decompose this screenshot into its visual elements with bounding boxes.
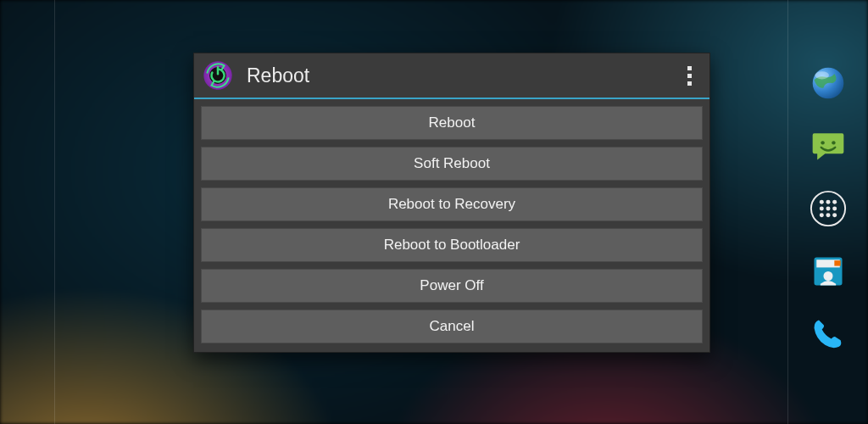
svg-point-10 <box>832 207 837 211</box>
svg-point-11 <box>820 213 824 217</box>
browser-icon[interactable] <box>809 64 848 103</box>
svg-point-13 <box>832 213 837 217</box>
dialog-header: Reboot <box>194 53 709 99</box>
power-off-button[interactable]: Power Off <box>201 269 703 303</box>
contacts-icon[interactable] <box>809 252 848 291</box>
svg-point-7 <box>832 200 837 204</box>
svg-point-1 <box>815 71 829 79</box>
dialog-title: Reboot <box>247 64 677 87</box>
reboot-dialog: Reboot Reboot Soft Reboot Reboot to Reco… <box>193 53 710 353</box>
dock <box>788 0 868 424</box>
svg-point-8 <box>820 207 824 211</box>
cancel-button[interactable]: Cancel <box>201 310 703 343</box>
reboot-bootloader-button[interactable]: Reboot to Bootloader <box>201 228 703 262</box>
screen-divider <box>54 0 55 424</box>
app-drawer-icon[interactable] <box>809 189 848 228</box>
svg-point-12 <box>826 213 831 217</box>
svg-point-16 <box>824 271 833 281</box>
phone-icon[interactable] <box>809 315 848 354</box>
svg-point-9 <box>826 207 831 211</box>
reboot-button[interactable]: Reboot <box>201 106 703 140</box>
svg-point-6 <box>826 200 831 204</box>
reboot-app-icon <box>201 59 235 92</box>
overflow-menu-icon[interactable] <box>677 59 701 92</box>
messaging-icon[interactable] <box>809 126 848 165</box>
dialog-body: Reboot Soft Reboot Reboot to Recovery Re… <box>194 99 709 352</box>
svg-point-2 <box>821 141 824 144</box>
reboot-recovery-button[interactable]: Reboot to Recovery <box>201 187 703 221</box>
svg-rect-17 <box>834 260 840 265</box>
svg-point-5 <box>820 200 824 204</box>
soft-reboot-button[interactable]: Soft Reboot <box>201 147 703 181</box>
svg-point-3 <box>832 141 835 144</box>
